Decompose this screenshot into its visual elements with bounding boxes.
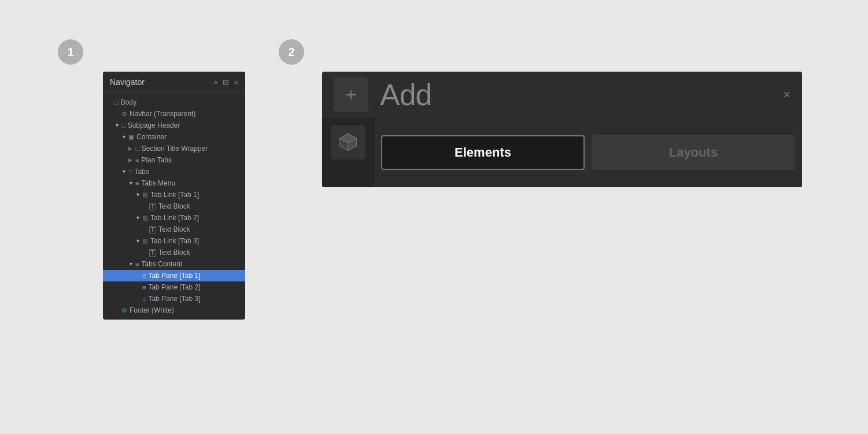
icon-tab-pane-3: ≡ bbox=[142, 295, 146, 302]
tree-item-tab-link-2[interactable]: ▼ ⛓ Tab Link [Tab 2] bbox=[103, 212, 245, 224]
tree-item-text-block-3[interactable]: T Text Block bbox=[103, 247, 245, 258]
tree-item-container[interactable]: ▼ ▣ Container bbox=[103, 131, 245, 143]
arrow-tab-link-1: ▼ bbox=[135, 192, 141, 198]
step-badge-2: 2 bbox=[279, 39, 304, 65]
icon-section-title: □ bbox=[135, 145, 139, 152]
tree-item-tab-pane-2[interactable]: ≡ Tab Pane [Tab 2] bbox=[103, 281, 245, 293]
navigator-header-icons: × ⊟ × bbox=[214, 79, 238, 86]
icon-tab-pane-2: ≡ bbox=[142, 284, 146, 291]
add-panel: + Add × Elements Layouts bbox=[322, 72, 802, 187]
tree-item-tabs-menu[interactable]: ▼ ≡ Tabs Menu bbox=[103, 177, 245, 189]
cube-icon bbox=[338, 132, 359, 153]
add-close-button[interactable]: × bbox=[783, 87, 791, 102]
icon-tabs-menu: ≡ bbox=[135, 180, 139, 187]
arrow-container: ▼ bbox=[121, 134, 127, 140]
elements-tab-button[interactable]: Elements bbox=[381, 135, 585, 170]
add-icon-box: + bbox=[334, 77, 368, 112]
label-tabs: Tabs bbox=[134, 168, 149, 176]
tree-item-footer[interactable]: ⚙ Footer (White) bbox=[103, 305, 245, 316]
tree-item-tab-link-3[interactable]: ▼ ⛓ Tab Link [Tab 3] bbox=[103, 235, 245, 247]
icon-tab-link-1: ⛓ bbox=[142, 192, 148, 198]
label-text-block-1: Text Block bbox=[158, 202, 190, 210]
icon-tab-link-3: ⛓ bbox=[142, 238, 148, 244]
arrow-tab-link-3: ▼ bbox=[135, 238, 141, 244]
icon-plan-tabs: ≡ bbox=[135, 157, 139, 164]
tree-item-tab-link-1[interactable]: ▼ ⛓ Tab Link [Tab 1] bbox=[103, 189, 245, 201]
tree-item-tab-pane-3[interactable]: ≡ Tab Pane [Tab 3] bbox=[103, 293, 245, 305]
navigator-close-small-button[interactable]: × bbox=[214, 79, 219, 86]
add-panel-sidebar bbox=[322, 118, 374, 187]
tree-item-plan-tabs[interactable]: ▶ ≡ Plan Tabs bbox=[103, 154, 245, 166]
tree-item-subpage-header[interactable]: ▼ □ Subpage Header bbox=[103, 120, 245, 131]
icon-tabs: ≡ bbox=[128, 168, 132, 175]
label-footer: Footer (White) bbox=[130, 306, 174, 314]
label-tabs-menu: Tabs Menu bbox=[141, 179, 175, 187]
layouts-tab-button[interactable]: Layouts bbox=[592, 135, 795, 170]
icon-tabs-content: ≡ bbox=[135, 261, 139, 268]
elements-icon-box[interactable] bbox=[331, 125, 365, 159]
label-tab-pane-2: Tab Pane [Tab 2] bbox=[148, 283, 200, 291]
add-title: Add bbox=[380, 77, 432, 112]
arrow-tab-link-2: ▼ bbox=[135, 215, 141, 221]
label-tab-pane-1: Tab Pane [Tab 1] bbox=[148, 272, 200, 280]
tree-item-navbar[interactable]: ⚙ Navbar (Transparent) bbox=[103, 108, 245, 120]
arrow-section-title: ▶ bbox=[128, 146, 134, 151]
label-tab-pane-3: Tab Pane [Tab 3] bbox=[148, 295, 200, 303]
tree-item-tabs[interactable]: ▼ ≡ Tabs bbox=[103, 166, 245, 177]
icon-tab-pane-1: ≡ bbox=[142, 272, 146, 279]
arrow-tabs: ▼ bbox=[121, 169, 127, 175]
arrow-tabs-content: ▼ bbox=[128, 261, 134, 267]
add-panel-content: Elements Layouts bbox=[322, 118, 802, 187]
arrow-subpage-header: ▼ bbox=[114, 123, 120, 128]
icon-body: □ bbox=[114, 99, 119, 106]
icon-navbar: ⚙ bbox=[121, 110, 127, 118]
label-plan-tabs: Plan Tabs bbox=[141, 156, 171, 164]
tree-item-text-block-1[interactable]: T Text Block bbox=[103, 201, 245, 212]
navigator-pin-button[interactable]: ⊟ bbox=[223, 79, 229, 86]
label-tab-link-2: Tab Link [Tab 2] bbox=[150, 214, 199, 222]
icon-tab-link-2: ⛓ bbox=[142, 215, 148, 221]
label-container: Container bbox=[136, 133, 167, 141]
label-tab-link-3: Tab Link [Tab 3] bbox=[150, 237, 199, 245]
icon-container: ▣ bbox=[128, 133, 134, 141]
label-subpage-header: Subpage Header bbox=[128, 121, 180, 129]
icon-text-block-2: T bbox=[149, 226, 156, 233]
label-navbar: Navbar (Transparent) bbox=[130, 110, 195, 118]
navigator-close-button[interactable]: × bbox=[234, 79, 238, 86]
navigator-header: Navigator × ⊟ × bbox=[103, 72, 245, 93]
label-text-block-3: Text Block bbox=[158, 248, 190, 257]
label-body: Body bbox=[121, 98, 136, 106]
icon-text-block-1: T bbox=[149, 203, 156, 210]
tree-item-text-block-2[interactable]: T Text Block bbox=[103, 224, 245, 235]
add-panel-buttons: Elements Layouts bbox=[374, 118, 802, 187]
tree-item-tab-pane-1[interactable]: ≡ Tab Pane [Tab 1] bbox=[103, 270, 245, 281]
icon-text-block-3: T bbox=[149, 249, 156, 257]
label-section-title: Section Title Wrapper bbox=[142, 144, 208, 153]
icon-subpage-header: □ bbox=[121, 122, 125, 129]
icon-footer: ⚙ bbox=[121, 307, 127, 314]
tree-item-section-title-wrapper[interactable]: ▶ □ Section Title Wrapper bbox=[103, 143, 245, 154]
tree-item-body[interactable]: □ Body bbox=[103, 97, 245, 108]
step-badge-1: 1 bbox=[58, 39, 83, 65]
label-tab-link-1: Tab Link [Tab 1] bbox=[150, 191, 199, 199]
arrow-plan-tabs: ▶ bbox=[128, 157, 134, 163]
navigator-tree: □ Body ⚙ Navbar (Transparent) ▼ □ Subpag… bbox=[103, 93, 245, 320]
add-panel-header: + Add × bbox=[322, 72, 802, 118]
tree-item-tabs-content[interactable]: ▼ ≡ Tabs Content bbox=[103, 258, 245, 270]
navigator-title: Navigator bbox=[110, 77, 145, 87]
label-text-block-2: Text Block bbox=[158, 225, 190, 233]
label-tabs-content: Tabs Content bbox=[141, 260, 182, 268]
navigator-panel: Navigator × ⊟ × □ Body ⚙ Navbar (Transpa… bbox=[103, 72, 245, 320]
arrow-tabs-menu: ▼ bbox=[128, 180, 134, 186]
plus-icon: + bbox=[346, 84, 357, 106]
